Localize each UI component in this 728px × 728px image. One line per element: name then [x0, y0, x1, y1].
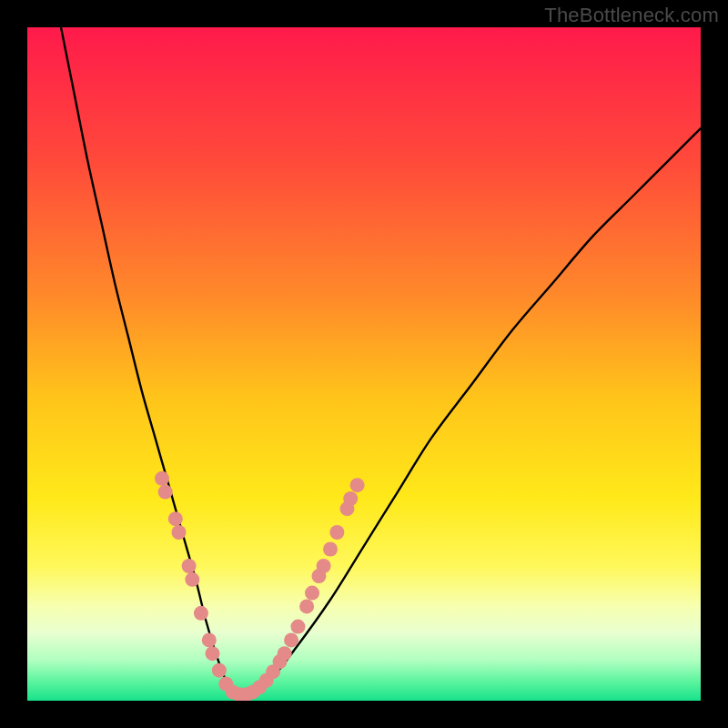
highlight-dot [284, 632, 298, 647]
highlight-dot [158, 485, 173, 500]
highlight-dot [182, 559, 197, 573]
highlight-dot [329, 525, 344, 540]
highlight-dot [202, 632, 217, 647]
highlight-dot [155, 471, 169, 486]
watermark-label: TheBottleneck.com [544, 4, 719, 27]
highlight-dot [343, 491, 358, 506]
highlight-dot [206, 646, 220, 661]
highlight-dot [305, 586, 319, 601]
highlight-dot [278, 646, 292, 661]
highlight-dot [172, 525, 187, 540]
highlight-dot [194, 606, 208, 621]
highlight-dot [299, 599, 314, 613]
bottleneck-chart [0, 0, 728, 728]
highlight-dot [290, 620, 305, 634]
highlight-dot [212, 663, 227, 678]
highlight-dot [168, 511, 183, 526]
highlight-dot [323, 542, 338, 557]
gradient-background [27, 27, 701, 701]
highlight-dot [350, 478, 365, 492]
highlight-dot [185, 572, 199, 587]
chart-frame: TheBottleneck.com [0, 0, 728, 728]
highlight-dot [317, 559, 331, 573]
